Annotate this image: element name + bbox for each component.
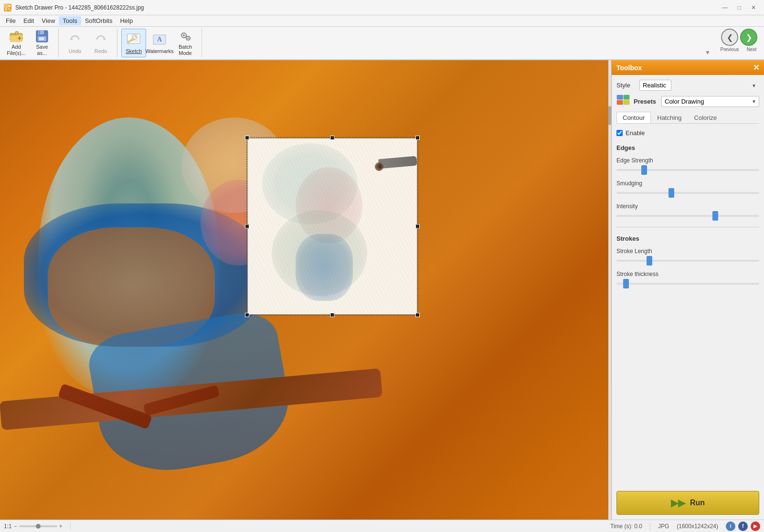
smudging-label: Smudging [616, 180, 759, 187]
svg-rect-29 [617, 100, 623, 105]
menu-softorbits[interactable]: SoftOrbits [81, 16, 117, 25]
svg-point-27 [188, 37, 189, 39]
window-title: Sketch Drawer Pro - 1442285_80661628222s… [15, 4, 714, 11]
watermarks-button[interactable]: A Watermarks [147, 29, 172, 57]
stroke-thickness-track [616, 279, 759, 288]
tabs: Contour Hatching Colorize [616, 112, 759, 124]
stroke-length-track [616, 256, 759, 265]
presets-select[interactable]: Color Drawing Black & White Hatching Col… [661, 96, 759, 107]
menu-view[interactable]: View [38, 16, 59, 25]
edge-strength-track [616, 166, 759, 174]
style-label: Style [616, 82, 636, 89]
intensity-row: Intensity [616, 202, 759, 221]
tab-colorize[interactable]: Colorize [688, 112, 723, 123]
save-as-button[interactable]: Save as... [30, 29, 54, 57]
close-button[interactable]: ✕ [747, 3, 760, 12]
time-label: Time (s): 0.0 [610, 523, 642, 530]
dimensions-label: (1600x1242x24) [677, 523, 718, 530]
svg-point-25 [183, 34, 185, 36]
intensity-slider[interactable] [616, 215, 759, 217]
zoom-label: 1:1 [4, 523, 12, 530]
info-icon-button[interactable]: i [726, 521, 735, 531]
svg-rect-28 [617, 95, 623, 99]
undo-label: Undo [69, 48, 81, 54]
run-button[interactable]: ▶▶ Run [616, 491, 759, 515]
sketch-icon [126, 32, 141, 47]
watermarks-label: Watermarks [146, 48, 174, 54]
sketch-label: Sketch [126, 48, 142, 54]
batch-gears-icon [178, 30, 193, 43]
minimize-button[interactable]: — [718, 3, 732, 12]
presets-select-wrapper: Color Drawing Black & White Hatching Col… [661, 96, 759, 107]
stroke-thickness-slider[interactable] [616, 283, 759, 285]
intensity-label: Intensity [616, 203, 759, 210]
run-label: Run [690, 499, 705, 507]
scrollbar-thumb[interactable] [608, 106, 611, 125]
zoom-minus-icon[interactable]: − [14, 523, 17, 530]
svg-text:A: A [157, 36, 162, 43]
maximize-button[interactable]: □ [732, 3, 746, 12]
more-button[interactable]: ▼ [704, 49, 711, 56]
nav-area: ❮ ❯ Previous Next [718, 29, 760, 52]
menu-help[interactable]: Help [116, 16, 137, 25]
youtube-icon-button[interactable]: ▶ [751, 521, 760, 531]
vertical-scrollbar[interactable] [608, 60, 611, 520]
nav-labels: Previous Next [718, 47, 760, 52]
smudging-row: Smudging [616, 179, 759, 198]
main-content: Toolbox ✕ Style Realistic Classic Pencil… [0, 60, 764, 520]
batch-mode-button[interactable]: Batch Mode [173, 29, 198, 57]
undo-icon [67, 32, 83, 47]
smudging-slider[interactable] [616, 192, 759, 194]
zoom-controls: 1:1 − + [4, 523, 63, 530]
style-select[interactable]: Realistic Classic Pencil Charcoal [639, 80, 671, 91]
intensity-track [616, 212, 759, 220]
svg-line-3 [8, 8, 11, 11]
stroke-length-slider[interactable] [616, 260, 759, 262]
info-icon: i [730, 523, 732, 529]
facebook-icon-button[interactable]: f [738, 521, 748, 531]
enable-label[interactable]: Enable [626, 129, 645, 137]
style-row: Style Realistic Classic Pencil Charcoal … [616, 80, 759, 91]
menu-tools[interactable]: Tools [59, 16, 81, 25]
toolbox-close-button[interactable]: ✕ [753, 63, 759, 72]
undo-button[interactable]: Undo [63, 29, 87, 57]
enable-checkbox[interactable] [616, 130, 623, 136]
svg-rect-13 [39, 37, 44, 40]
redo-button[interactable]: Redo [88, 29, 113, 57]
redo-label: Redo [95, 48, 107, 54]
tab-hatching[interactable]: Hatching [651, 112, 688, 123]
next-label: Next [743, 47, 760, 52]
toolbar-history-group: Undo Redo [63, 29, 117, 57]
status-separator-2 [650, 522, 650, 530]
menu-file[interactable]: File [2, 16, 20, 25]
redo-icon [93, 32, 108, 47]
toolbar-tools-group: Sketch A Watermarks Batch Mod [121, 29, 202, 57]
format-label: JPG [658, 523, 669, 530]
sketch-overlay [247, 138, 417, 315]
canvas-area[interactable] [0, 60, 611, 520]
zoom-track[interactable] [19, 525, 57, 527]
next-button[interactable]: ❯ [740, 29, 757, 46]
add-file-button[interactable]: Add File(s)... [4, 29, 29, 57]
save-as-label: Save as... [36, 44, 48, 56]
menu-edit[interactable]: Edit [20, 16, 38, 25]
previous-button[interactable]: ❮ [721, 29, 738, 46]
add-file-label: Add File(s)... [7, 44, 26, 56]
svg-rect-1 [8, 5, 11, 7]
svg-rect-11 [39, 31, 40, 34]
zoom-plus-icon[interactable]: + [59, 523, 63, 530]
tab-contour[interactable]: Contour [616, 112, 651, 123]
sketch-button[interactable]: Sketch [121, 29, 146, 57]
run-button-area: ▶▶ Run [612, 486, 764, 520]
spacer [616, 293, 759, 321]
edge-strength-slider[interactable] [616, 169, 759, 171]
svg-rect-6 [15, 32, 18, 34]
facebook-icon: f [742, 523, 743, 529]
toolbox-panel: Toolbox ✕ Style Realistic Classic Pencil… [611, 60, 764, 520]
edge-strength-row: Edge Strength [616, 156, 759, 175]
svg-rect-2 [5, 8, 7, 11]
style-select-arrow-icon: ▼ [752, 83, 756, 88]
title-bar: Sketch Drawer Pro - 1442285_80661628222s… [0, 0, 764, 15]
toolbox-title: Toolbox [616, 64, 642, 72]
toolbar: Add File(s)... Save as... [0, 27, 764, 60]
